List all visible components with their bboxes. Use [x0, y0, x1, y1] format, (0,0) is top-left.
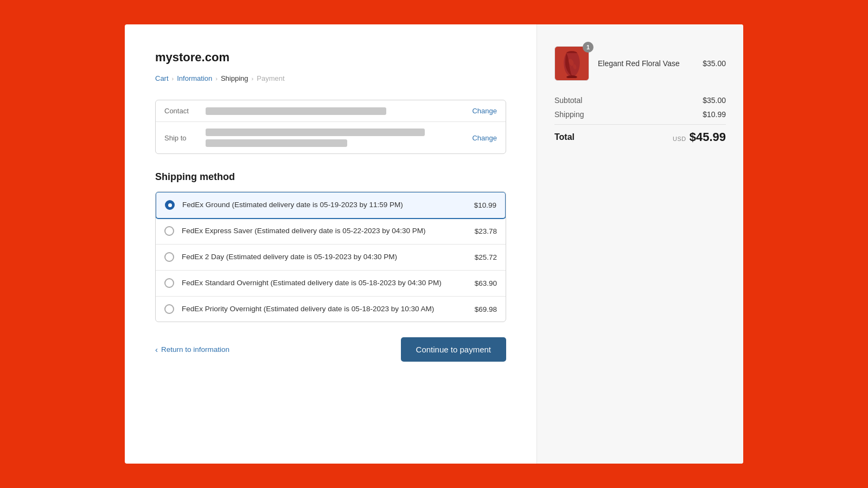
shipping-price-4: $69.98	[475, 305, 497, 313]
cart-item: 1 Elegant Red Floral Vase $35.00	[554, 46, 726, 81]
back-link-label: Return to information	[161, 345, 229, 354]
shipping-label-2: FedEx 2 Day (Estimated delivery date is …	[182, 252, 467, 262]
breadcrumb-sep-1: ›	[172, 75, 174, 82]
form-footer: ‹ Return to information Continue to paym…	[155, 337, 506, 362]
shipping-price-0: $10.99	[474, 201, 496, 209]
total-currency: USD	[673, 136, 686, 142]
total-row: Total USD $45.99	[554, 124, 726, 144]
ship-to-placeholder-2	[206, 139, 347, 147]
ship-to-label: Ship to	[164, 134, 197, 142]
info-box: Contact Change Ship to Change	[155, 100, 506, 154]
shipping-row: Shipping $10.99	[554, 110, 726, 119]
contact-label: Contact	[164, 107, 197, 115]
back-link[interactable]: ‹ Return to information	[155, 345, 229, 354]
breadcrumb-payment: Payment	[257, 74, 284, 82]
shipping-option-4[interactable]: FedEx Priority Overnight (Estimated deli…	[156, 297, 506, 322]
shipping-option-0[interactable]: FedEx Ground (Estimated delivery date is…	[155, 191, 506, 219]
breadcrumb-shipping: Shipping	[221, 74, 248, 82]
contact-row: Contact Change	[156, 100, 506, 122]
item-image-wrapper: 1	[554, 46, 589, 81]
ship-to-change-link[interactable]: Change	[472, 134, 497, 142]
shipping-label-3: FedEx Standard Overnight (Estimated deli…	[182, 278, 467, 288]
subtotal-value: $35.00	[703, 96, 726, 105]
breadcrumb-sep-2: ›	[215, 75, 218, 82]
shipping-price-2: $25.72	[475, 253, 497, 261]
subtotal-row: Subtotal $35.00	[554, 96, 726, 105]
radio-1	[164, 226, 174, 236]
shipping-option-1[interactable]: FedEx Express Saver (Estimated delivery …	[156, 219, 506, 245]
chevron-left-icon: ‹	[155, 345, 158, 354]
item-image	[554, 46, 589, 81]
breadcrumb: Cart › Information › Shipping › Payment	[155, 74, 506, 82]
radio-4	[164, 304, 174, 314]
ship-to-value	[206, 129, 463, 147]
contact-placeholder	[206, 107, 386, 115]
svg-point-1	[566, 75, 577, 78]
radio-0	[165, 200, 175, 210]
item-badge: 1	[583, 42, 593, 53]
item-name: Elegant Red Floral Vase	[598, 59, 694, 68]
shipping-summary-label: Shipping	[554, 110, 584, 119]
shipping-summary-value: $10.99	[703, 110, 726, 119]
shipping-label-4: FedEx Priority Overnight (Estimated deli…	[182, 304, 467, 314]
item-price: $35.00	[703, 59, 726, 68]
shipping-price-3: $63.90	[475, 279, 497, 287]
store-name: mystore.com	[155, 50, 506, 65]
subtotal-label: Subtotal	[554, 96, 582, 105]
shipping-method-title: Shipping method	[155, 171, 506, 183]
shipping-option-2[interactable]: FedEx 2 Day (Estimated delivery date is …	[156, 245, 506, 271]
total-value: $45.99	[690, 130, 726, 144]
ship-to-row: Ship to Change	[156, 122, 506, 153]
item-info: Elegant Red Floral Vase	[598, 59, 694, 68]
contact-value	[206, 107, 463, 115]
right-panel: 1 Elegant Red Floral Vase $35.00 Subtota…	[537, 24, 743, 464]
shipping-price-1: $23.78	[475, 227, 497, 235]
total-label: Total	[554, 132, 575, 142]
radio-3	[164, 278, 174, 288]
total-right: USD $45.99	[673, 130, 726, 144]
vase-svg	[561, 49, 583, 78]
shipping-options: FedEx Ground (Estimated delivery date is…	[155, 191, 506, 322]
radio-inner-0	[168, 203, 172, 207]
shipping-label-1: FedEx Express Saver (Estimated delivery …	[182, 226, 467, 236]
contact-change-link[interactable]: Change	[472, 107, 497, 115]
breadcrumb-sep-3: ›	[252, 75, 254, 82]
ship-to-placeholder-1	[206, 129, 425, 136]
breadcrumb-information[interactable]: Information	[177, 74, 212, 82]
left-panel: mystore.com Cart › Information › Shippin…	[125, 24, 537, 464]
radio-2	[164, 252, 174, 262]
continue-button[interactable]: Continue to payment	[401, 337, 506, 362]
shipping-option-3[interactable]: FedEx Standard Overnight (Estimated deli…	[156, 271, 506, 297]
shipping-label-0: FedEx Ground (Estimated delivery date is…	[182, 200, 467, 210]
main-container: mystore.com Cart › Information › Shippin…	[125, 24, 743, 464]
breadcrumb-cart[interactable]: Cart	[155, 74, 169, 82]
